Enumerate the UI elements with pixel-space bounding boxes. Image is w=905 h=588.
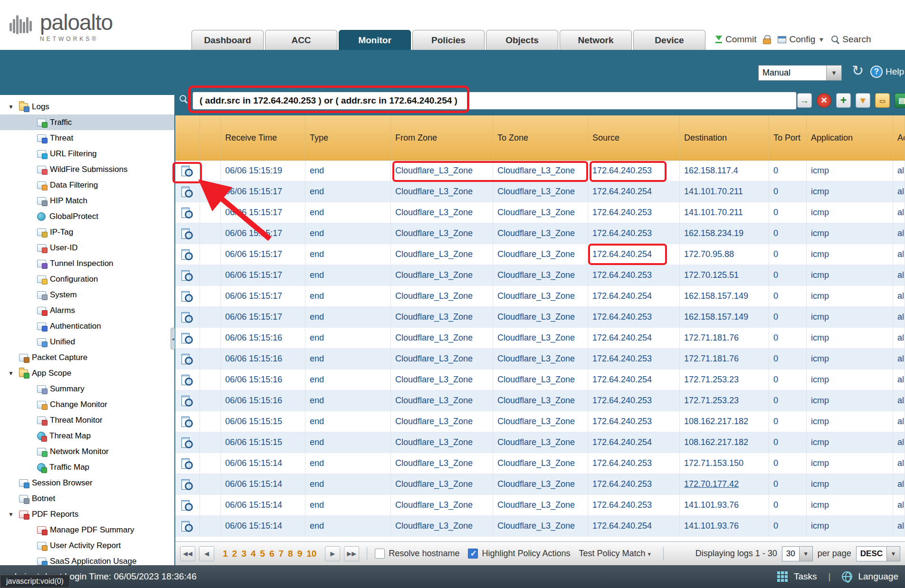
sidebar-item[interactable]: Threat Monitor <box>0 412 174 428</box>
table-row[interactable]: 06/06 15:15:14 end Cloudflare_L3_Zone Cl… <box>175 453 905 474</box>
table-row[interactable]: 06/06 15:15:17 end Cloudflare_L3_Zone Cl… <box>175 244 905 265</box>
column-header[interactable]: To Port <box>769 115 807 160</box>
refresh-mode-select[interactable]: Manual ▼ <box>758 65 842 81</box>
table-row[interactable]: 06/06 15:15:14 end Cloudflare_L3_Zone Cl… <box>175 474 905 495</box>
table-row[interactable]: 06/06 15:15:17 end Cloudflare_L3_Zone Cl… <box>175 202 905 223</box>
log-detail-icon[interactable] <box>181 500 193 511</box>
sidebar-item[interactable]: ▼ PDF Reports <box>0 506 174 522</box>
highlight-policy-checkbox[interactable] <box>468 549 478 559</box>
log-detail-icon[interactable] <box>181 395 193 407</box>
sidebar-item[interactable]: Change Monitor <box>0 397 174 412</box>
page-number[interactable]: 1 <box>223 549 228 559</box>
saved-filters-button[interactable]: ▼ <box>856 93 870 108</box>
sidebar-item[interactable]: URL Filtering <box>0 146 174 161</box>
log-detail-icon[interactable] <box>181 165 193 177</box>
page-number[interactable]: 4 <box>251 549 256 559</box>
apply-filter-button[interactable]: → <box>797 93 812 108</box>
column-header[interactable]: To Zone <box>493 115 588 160</box>
table-row[interactable]: 06/06 15:15:16 end Cloudflare_L3_Zone Cl… <box>175 328 905 349</box>
table-row[interactable]: 06/06 15:15:15 end Cloudflare_L3_Zone Cl… <box>175 432 905 453</box>
column-header[interactable] <box>175 115 200 160</box>
column-header[interactable]: Action <box>893 115 905 160</box>
prev-page-button[interactable]: ◀ <box>199 546 214 561</box>
log-detail-icon[interactable] <box>181 353 193 365</box>
table-row[interactable]: 06/06 15:15:15 end Cloudflare_L3_Zone Cl… <box>175 411 905 432</box>
sidebar-item[interactable]: HIP Match <box>0 193 174 209</box>
table-row[interactable]: 06/06 15:15:16 end Cloudflare_L3_Zone Cl… <box>175 390 905 411</box>
nav-tab[interactable]: Objects <box>486 30 558 50</box>
column-header[interactable]: Destination <box>680 115 769 160</box>
sidebar-item[interactable]: Traffic <box>0 114 174 130</box>
language-button[interactable]: Language <box>858 571 898 582</box>
column-header[interactable] <box>200 115 221 160</box>
sidebar-item[interactable]: Authentication <box>0 318 174 334</box>
nav-tab[interactable]: Network <box>560 30 632 50</box>
last-page-button[interactable]: ▶▶ <box>344 546 359 561</box>
table-row[interactable]: 06/06 15:15:17 end Cloudflare_L3_Zone Cl… <box>175 265 905 286</box>
page-number[interactable]: 2 <box>232 549 238 559</box>
log-detail-icon[interactable] <box>181 416 193 427</box>
nav-tab[interactable]: Policies <box>412 30 485 50</box>
column-header[interactable]: Type <box>305 115 391 160</box>
sidebar-item[interactable]: ▼ Logs <box>0 99 174 114</box>
table-row[interactable]: 06/06 15:15:19 end Cloudflare_L3_Zone Cl… <box>175 161 905 181</box>
sidebar-item[interactable]: Data Filtering <box>0 177 174 193</box>
sidebar-item[interactable]: Botnet <box>0 491 174 506</box>
search-button[interactable]: Search <box>831 34 871 45</box>
export-logs-button[interactable]: ▤ <box>895 93 905 108</box>
sidebar-item[interactable]: User Activity Report <box>0 538 174 553</box>
chevron-down-icon[interactable]: ▼ <box>799 547 812 561</box>
load-filter-button[interactable]: ▭ <box>875 93 890 108</box>
nav-tab[interactable]: Monitor <box>339 30 411 50</box>
nav-tab[interactable]: ACC <box>265 30 337 50</box>
column-header[interactable]: From Zone <box>391 115 493 160</box>
sidebar-item[interactable]: Unified <box>0 334 174 350</box>
sidebar-item[interactable]: User-ID <box>0 240 174 256</box>
column-header[interactable]: Source <box>588 115 680 160</box>
test-policy-match-button[interactable]: Test Policy Match ▾ <box>579 549 651 559</box>
log-detail-icon[interactable] <box>181 332 193 344</box>
sidebar-item[interactable]: Summary <box>0 381 174 397</box>
log-filter-input[interactable] <box>192 92 797 110</box>
sidebar-item[interactable]: Traffic Map <box>0 459 174 475</box>
column-header[interactable]: Application <box>807 115 893 160</box>
page-number[interactable]: 10 <box>306 549 316 559</box>
log-detail-icon[interactable] <box>181 207 193 218</box>
sidebar-item[interactable]: System <box>0 287 174 303</box>
table-row[interactable]: 06/06 15:15:17 end Cloudflare_L3_Zone Cl… <box>175 307 905 328</box>
page-number[interactable]: 8 <box>288 549 293 559</box>
sidebar-item[interactable]: Alarms <box>0 303 174 318</box>
nav-tab[interactable]: Dashboard <box>191 30 264 50</box>
sidebar-item[interactable]: Session Browser <box>0 475 174 491</box>
page-number[interactable]: 3 <box>241 549 247 559</box>
page-number[interactable]: 5 <box>260 549 265 559</box>
sidebar-item[interactable]: Network Monitor <box>0 444 174 459</box>
sidebar-collapse-handle[interactable]: ◂ <box>171 328 175 350</box>
table-row[interactable]: 06/06 15:15:17 end Cloudflare_L3_Zone Cl… <box>175 181 905 202</box>
per-page-select[interactable]: 30 ▼ <box>782 546 813 561</box>
help-button[interactable]: ? Help <box>870 66 904 78</box>
expand-icon[interactable]: ▼ <box>7 370 15 377</box>
table-row[interactable]: 06/06 15:15:14 end Cloudflare_L3_Zone Cl… <box>175 495 905 516</box>
sidebar-item[interactable]: Packet Capture <box>0 350 174 365</box>
sidebar-item[interactable]: ▼ App Scope <box>0 365 174 381</box>
sort-order-select[interactable]: DESC ▼ <box>856 546 900 561</box>
log-detail-icon[interactable] <box>181 186 193 198</box>
chevron-down-icon[interactable]: ▼ <box>886 547 900 561</box>
log-detail-icon[interactable] <box>181 270 193 281</box>
log-detail-icon[interactable] <box>181 291 193 302</box>
log-detail-icon[interactable] <box>181 249 193 260</box>
page-number[interactable]: 6 <box>269 549 275 559</box>
log-detail-icon[interactable] <box>181 458 193 469</box>
table-row[interactable]: 06/06 15:15:16 end Cloudflare_L3_Zone Cl… <box>175 349 905 370</box>
page-number[interactable]: 7 <box>278 549 284 559</box>
table-row[interactable]: 06/06 15:15:17 end Cloudflare_L3_Zone Cl… <box>175 223 905 244</box>
refresh-icon[interactable]: ↻ <box>852 64 864 78</box>
table-row[interactable]: 06/06 15:15:17 end Cloudflare_L3_Zone Cl… <box>175 286 905 307</box>
commit-button[interactable]: Commit <box>715 34 756 45</box>
sidebar-item[interactable]: Tunnel Inspection <box>0 256 174 271</box>
table-row[interactable]: 06/06 15:15:16 end Cloudflare_L3_Zone Cl… <box>175 370 905 390</box>
sidebar-item[interactable]: WildFire Submissions <box>0 161 174 177</box>
sidebar-item[interactable]: SaaS Application Usage <box>0 553 174 566</box>
next-page-button[interactable]: ▶ <box>325 546 340 561</box>
